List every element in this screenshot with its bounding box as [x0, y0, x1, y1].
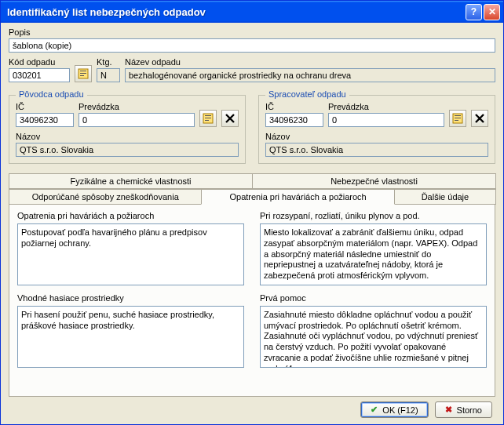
ok-label: OK (F12) [382, 405, 418, 415]
povodca-group: Pôvodca odpadu IČ Prevádzka [9, 95, 246, 164]
tab-row-2: Odporúčané spôsoby zneškodňovania Opatre… [9, 189, 495, 205]
right1-label: Pri rozsypaní, rozliatí, úniku plynov a … [260, 211, 487, 220]
nazev-input [125, 68, 495, 82]
left2-label: Vhodné hasiace prostriedky [17, 293, 244, 303]
povodca-prev-label: Prevádzka [79, 102, 195, 111]
povodca-ic-input[interactable] [16, 113, 74, 127]
popis-input[interactable] [9, 38, 495, 53]
popis-label: Popis [9, 27, 495, 37]
svg-rect-1 [80, 71, 86, 71]
help-button[interactable]: ? [466, 4, 482, 20]
povodca-prev-input[interactable] [79, 113, 195, 127]
povodca-nazov-input [16, 143, 239, 157]
tab-opatrenia[interactable]: Opatrenia pri haváriách a požiaroch [201, 189, 394, 205]
svg-rect-3 [80, 75, 84, 76]
svg-rect-5 [205, 115, 211, 116]
tab-fyzikalne[interactable]: Fyzikálne a chemické vlastnosti [9, 173, 253, 189]
titlebar: Identifikačný list nebezpečných odpadov … [1, 1, 503, 23]
tab-nebezpecne[interactable]: Nebezpečné vlastnosti [252, 173, 496, 189]
tab-container: Fyzikálne a chemické vlastnosti Nebezpeč… [9, 173, 495, 397]
storno-button[interactable]: ✖ Storno [435, 401, 492, 418]
spracovatel-nazov-label: Názov [265, 132, 488, 141]
left2-textarea[interactable] [17, 306, 244, 368]
spracovatel-ic-label: IČ [265, 102, 323, 111]
kod-lookup-button[interactable] [75, 65, 92, 82]
tab-panel-opatrenia: Opatrenia pri haváriách a požiaroch Vhod… [9, 205, 495, 396]
cancel-icon: ✖ [445, 405, 452, 415]
kod-label: Kód odpadu [9, 57, 70, 67]
right1-textarea[interactable] [260, 223, 487, 285]
povodca-legend: Pôvodca odpadu [16, 89, 87, 99]
right2-label: Prvá pomoc [260, 293, 487, 303]
left1-label: Opatrenia pri haváriách a požiaroch [17, 211, 244, 220]
svg-rect-10 [455, 118, 461, 118]
lookup-icon [452, 113, 463, 124]
ktg-input [97, 68, 120, 82]
spracovatel-ic-input[interactable] [265, 113, 323, 127]
window-title: Identifikačný list nebezpečných odpadov [7, 6, 466, 18]
svg-rect-7 [205, 120, 209, 121]
ktg-label: Ktg. [97, 57, 120, 67]
svg-rect-11 [455, 120, 458, 121]
button-bar: ✔ OK (F12) ✖ Storno [9, 397, 495, 420]
spracovatel-prev-input[interactable] [328, 113, 444, 127]
povodca-nazov-label: Názov [16, 132, 239, 141]
spracovatel-group: Spracovateľ odpadu IČ Prevádzka [258, 95, 495, 164]
x-icon [475, 114, 484, 123]
spracovatel-lookup-button[interactable] [449, 110, 466, 127]
kod-input[interactable] [9, 68, 70, 82]
svg-rect-6 [205, 118, 211, 118]
dialog-body: Popis Kód odpadu Ktg. Název odpadu Pôvod [1, 23, 503, 424]
povodca-lookup-button[interactable] [199, 110, 217, 127]
storno-label: Storno [457, 405, 482, 415]
right2-textarea[interactable] [260, 306, 487, 368]
dialog-window: Identifikačný list nebezpečných odpadov … [0, 0, 504, 425]
check-icon: ✔ [371, 405, 378, 415]
lookup-icon [203, 113, 214, 124]
povodca-ic-label: IČ [16, 102, 74, 111]
tab-row-1: Fyzikálne a chemické vlastnosti Nebezpeč… [9, 173, 495, 189]
spracovatel-legend: Spracovateľ odpadu [265, 89, 349, 99]
left1-textarea[interactable] [17, 223, 244, 285]
nazev-label: Název odpadu [125, 57, 495, 67]
spracovatel-prev-label: Prevádzka [328, 102, 444, 111]
spracovatel-nazov-input [265, 143, 488, 157]
tab-dalsie[interactable]: Ďalšie údaje [394, 189, 496, 205]
tab-odporucane[interactable]: Odporúčané spôsoby zneškodňovania [9, 189, 202, 205]
svg-rect-9 [455, 115, 461, 116]
spracovatel-clear-button[interactable] [471, 110, 488, 127]
close-button[interactable]: ✕ [484, 4, 500, 20]
lookup-icon [78, 68, 89, 79]
svg-rect-2 [80, 73, 86, 74]
ok-button[interactable]: ✔ OK (F12) [360, 401, 428, 418]
povodca-clear-button[interactable] [221, 110, 239, 127]
titlebar-buttons: ? ✕ [466, 4, 500, 20]
x-icon [225, 114, 235, 123]
